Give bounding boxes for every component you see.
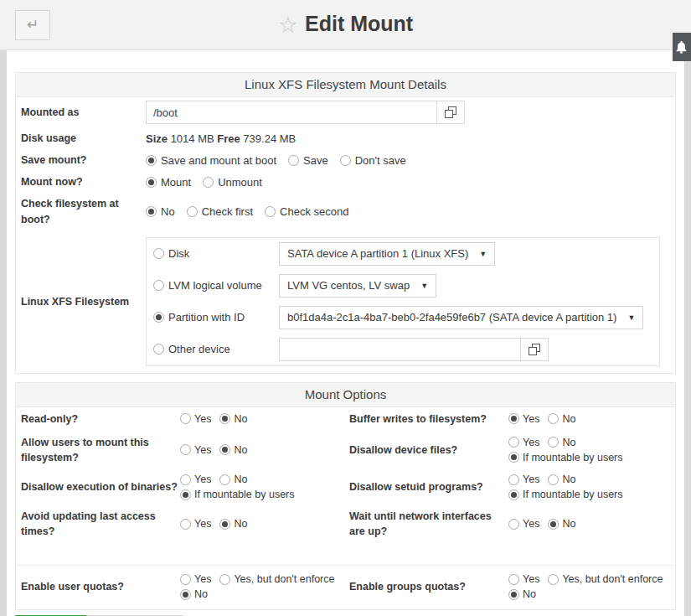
radio-label: Check second <box>280 205 348 218</box>
radio-icon <box>548 437 559 448</box>
radio-icon <box>508 489 519 500</box>
radio-option[interactable]: Yes, but don't enforce <box>548 573 663 585</box>
radio-option[interactable]: Check second <box>265 205 348 218</box>
radio-option[interactable]: If mountable by users <box>508 489 623 500</box>
star-favorite-icon[interactable]: ☆ <box>278 13 298 38</box>
disk-usage-label: Disk usage <box>21 131 146 146</box>
radio-option[interactable]: Check first <box>187 205 253 218</box>
radio-option[interactable]: LVM logical volume <box>153 279 279 292</box>
radio-option[interactable]: Yes, but don't enforce <box>219 573 334 585</box>
radio-label: Yes, but don't enforce <box>562 573 663 585</box>
radio-icon <box>219 413 230 424</box>
radio-option[interactable]: No <box>548 474 575 485</box>
radio-option[interactable]: Other device <box>153 343 279 355</box>
radio-icon <box>508 474 519 485</box>
radio-option[interactable]: No <box>508 588 536 600</box>
radio-option[interactable]: Yes <box>508 413 539 425</box>
radio-option[interactable]: Yes <box>180 474 211 485</box>
caret-down-icon: ▼ <box>479 250 487 258</box>
radio-option[interactable]: Yes <box>180 518 211 530</box>
radio-option[interactable]: Yes <box>508 573 539 585</box>
radio-option[interactable]: Yes <box>180 573 211 585</box>
mount-now-radio-group: Mount Unmount <box>146 176 670 189</box>
disk-usage-row: Disk usage Size 1014 MB Free 739.24 MB <box>16 127 675 149</box>
radio-option[interactable]: No <box>548 413 575 425</box>
radio-group: Yes No <box>180 413 349 425</box>
bell-icon <box>676 41 687 54</box>
radio-option[interactable]: No <box>219 474 247 485</box>
radio-option[interactable]: Yes <box>508 474 539 485</box>
radio-option[interactable]: No <box>219 413 247 425</box>
device-subtable: Disk SATA device A partition 1 (Linux XF… <box>146 237 660 366</box>
radio-icon <box>180 474 191 485</box>
radio-option[interactable]: Save and mount at boot <box>146 154 276 167</box>
partition-id-select[interactable]: b0f1da4a-2c1a-4ba7-beb0-2fa4e59fe6b7 (SA… <box>279 306 643 329</box>
details-section-title: Linux XFS Filesystem Mount Details <box>16 73 675 97</box>
radio-option[interactable]: Don't save <box>340 154 406 167</box>
radio-icon <box>203 177 214 188</box>
radio-option[interactable]: Partition with ID <box>153 311 279 324</box>
radio-group: Yes No <box>180 518 349 530</box>
option-label: Enable user quotas? <box>21 579 180 594</box>
radio-option[interactable]: No <box>219 444 247 456</box>
device-disk-row: Disk SATA device A partition 1 (Linux XF… <box>147 238 659 270</box>
lvm-select[interactable]: LVM VG centos, LV swap ▼ <box>279 274 436 298</box>
radio-icon <box>288 155 299 166</box>
disk-usage-value: Size 1014 MB Free 739.24 MB <box>146 132 670 145</box>
radio-option[interactable]: If mountable by users <box>508 452 623 463</box>
radio-label: Yes, but don't enforce <box>234 573 334 585</box>
device-row: Linux XFS Filesystem Disk SATA device A … <box>16 230 675 373</box>
radio-icon <box>508 589 519 600</box>
radio-option[interactable]: Mount <box>146 176 191 189</box>
device-uuid-row: Partition with ID b0f1da4a-2c1a-4ba7-beb… <box>147 302 659 334</box>
radio-option[interactable]: Yes <box>180 444 211 456</box>
radio-option[interactable]: Yes <box>508 518 539 530</box>
radio-icon <box>340 155 351 166</box>
radio-icon <box>180 444 191 455</box>
back-button[interactable]: ↵ <box>15 10 50 40</box>
radio-option[interactable]: No <box>146 205 175 218</box>
radio-icon <box>548 519 559 530</box>
radio-label: Yes <box>194 573 211 585</box>
radio-option[interactable]: No <box>219 518 247 530</box>
notifications-button[interactable] <box>673 33 691 61</box>
radio-option[interactable]: No <box>180 588 208 600</box>
radio-icon <box>548 474 559 485</box>
device-other-row: Other device <box>147 334 659 365</box>
radio-option[interactable]: Disk <box>153 247 279 260</box>
select-value: b0f1da4a-2c1a-4ba7-beb0-2fa4e59fe6b7 (SA… <box>287 311 616 324</box>
radio-group: Yes No <box>180 444 349 456</box>
option-label: Disallow setuid programs? <box>349 479 508 494</box>
radio-option[interactable]: Yes <box>508 437 539 448</box>
radio-label: No <box>194 588 208 600</box>
option-label: Wait until network interfaces are up? <box>349 509 508 539</box>
radio-label: No <box>234 444 247 456</box>
radio-option[interactable]: No <box>548 518 575 530</box>
radio-option[interactable]: No <box>548 437 575 448</box>
device-label: Linux XFS Filesystem <box>21 294 146 309</box>
radio-label: Yes <box>194 518 211 530</box>
radio-label: Yes <box>523 518 539 530</box>
disk-select[interactable]: SATA device A partition 1 (Linux XFS) ▼ <box>279 242 495 266</box>
radio-label: Mount <box>161 176 191 189</box>
radio-option[interactable]: Yes <box>180 413 211 425</box>
device-chooser-button[interactable] <box>520 338 549 361</box>
other-device-input[interactable] <box>279 338 521 361</box>
radio-option[interactable]: Unmount <box>203 176 262 189</box>
radio-icon <box>180 413 191 424</box>
radio-option[interactable]: Save <box>288 154 328 167</box>
mounted-as-input[interactable] <box>146 101 437 124</box>
main-card: Linux XFS Filesystem Mount Details Mount… <box>7 50 684 616</box>
option-label: Allow users to mount this filesystem? <box>21 435 180 465</box>
radio-label: No <box>562 474 575 485</box>
save-mount-label: Save mount? <box>21 153 146 168</box>
radio-label: Unmount <box>218 176 262 189</box>
path-chooser-button[interactable] <box>436 101 465 124</box>
radio-icon <box>548 413 559 424</box>
radio-label: Don't save <box>355 154 406 167</box>
mounted-as-label: Mounted as <box>21 105 146 120</box>
radio-label: No <box>234 474 247 485</box>
radio-option[interactable]: If mountable by users <box>180 489 295 500</box>
radio-label: No <box>161 205 175 218</box>
radio-group: Yes No If mountable by users <box>508 474 670 500</box>
